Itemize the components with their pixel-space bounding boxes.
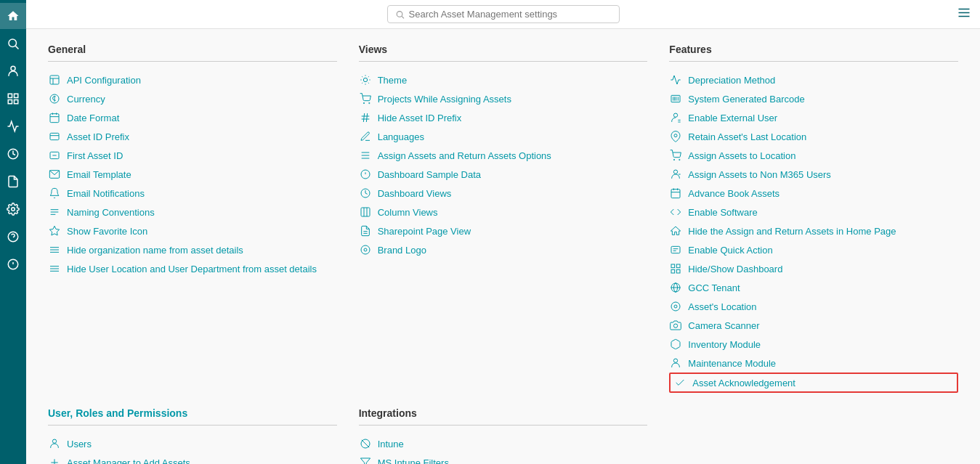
- general-first-asset-id[interactable]: First Asset ID: [48, 146, 337, 165]
- first-asset-id-label: First Asset ID: [67, 150, 123, 161]
- features-advance-book[interactable]: Advance Book Assets: [669, 184, 958, 203]
- svg-rect-19: [50, 76, 59, 84]
- features-inventory[interactable]: Inventory Module: [669, 335, 958, 354]
- general-hide-org-name[interactable]: Hide organization name from asset detail…: [48, 240, 337, 259]
- sidebar-item-chart[interactable]: [0, 113, 26, 139]
- general-show-favorite-icon[interactable]: Show Favorite Icon: [48, 221, 337, 240]
- settings-content: General API Configuration Currency Dat: [26, 29, 980, 464]
- svg-rect-84: [671, 264, 675, 268]
- currency-label: Currency: [67, 94, 105, 105]
- general-naming-conventions[interactable]: Naming Conventions: [48, 203, 337, 221]
- search-box[interactable]: [387, 5, 620, 23]
- views-projects[interactable]: Projects While Assigning Assets: [359, 89, 648, 108]
- main-area: General API Configuration Currency Dat: [26, 0, 980, 464]
- search-input[interactable]: [409, 9, 612, 20]
- general-currency[interactable]: Currency: [48, 89, 337, 108]
- svg-rect-24: [50, 114, 59, 123]
- general-section: General API Configuration Currency Dat: [48, 44, 337, 393]
- sidebar-item-info[interactable]: [0, 251, 26, 277]
- svg-line-103: [361, 440, 368, 447]
- brand-logo-icon: [359, 243, 372, 256]
- features-quick-action[interactable]: Enable Quick Action: [669, 240, 958, 259]
- sidebar-item-settings[interactable]: [0, 196, 26, 222]
- svg-rect-57: [361, 208, 370, 216]
- features-camera[interactable]: Camera Scanner: [669, 316, 958, 335]
- integrations-section: Integrations Intune MS Intune Filters Al…: [359, 407, 648, 464]
- general-asset-id-prefix[interactable]: Asset ID Prefix: [48, 127, 337, 146]
- views-brand-logo[interactable]: Brand Logo: [359, 240, 648, 259]
- integrations-ms-intune[interactable]: MS Intune Filters: [359, 453, 648, 464]
- sharepoint-label: Sharepoint Page View: [378, 226, 471, 237]
- features-asset-acknowledgement[interactable]: Asset Acknowledgement: [669, 373, 958, 393]
- dashboard-views-label: Dashboard Views: [378, 188, 452, 199]
- search-icon: [395, 9, 405, 20]
- external-user-label: Enable External User: [688, 113, 777, 123]
- sidebar-item-grid[interactable]: [0, 86, 26, 112]
- views-dashboard-views[interactable]: Dashboard Views: [359, 184, 648, 203]
- roles-add-assets[interactable]: Asset Manager to Add Assets: [48, 453, 337, 464]
- views-theme[interactable]: Theme: [359, 70, 648, 89]
- retain-location-label: Retain Asset's Last Location: [688, 131, 806, 142]
- general-email-notifications[interactable]: Email Notifications: [48, 184, 337, 203]
- sidebar-item-document[interactable]: [0, 168, 26, 195]
- features-maintenance[interactable]: Maintenance Module: [669, 354, 958, 373]
- m365-label: Assign Assets to Non M365 Users: [688, 169, 831, 180]
- views-sharepoint[interactable]: Sharepoint Page View: [359, 221, 648, 240]
- sidebar-item-search[interactable]: [0, 30, 26, 57]
- users-icon: [48, 437, 61, 450]
- features-hide-home[interactable]: Hide the Assign and Return Assets in Hom…: [669, 221, 958, 240]
- general-hide-user-location[interactable]: Hide User Location and User Department f…: [48, 259, 337, 278]
- sidebar-item-clock[interactable]: [0, 141, 26, 167]
- general-api-configuration[interactable]: API Configuration: [48, 70, 337, 89]
- advance-book-icon: [669, 187, 682, 200]
- svg-rect-3: [8, 94, 12, 97]
- dashboard-sample-label: Dashboard Sample Data: [378, 169, 481, 180]
- assign-icon: [359, 149, 372, 162]
- features-hide-dashboard[interactable]: Hide/Show Dashboard: [669, 259, 958, 278]
- theme-label: Theme: [378, 75, 407, 86]
- features-asset-location[interactable]: Asset's Location: [669, 297, 958, 316]
- views-languages[interactable]: Languages: [359, 127, 648, 146]
- roles-users[interactable]: Users: [48, 434, 337, 453]
- features-retain-location[interactable]: Retain Asset's Last Location: [669, 127, 958, 146]
- topbar: [26, 0, 980, 29]
- features-software[interactable]: Enable Software: [669, 203, 958, 221]
- general-title: General: [48, 44, 337, 55]
- prefix-icon: [48, 130, 61, 143]
- features-gcc[interactable]: GCC Tenant: [669, 278, 958, 297]
- svg-point-75: [674, 170, 678, 174]
- languages-label: Languages: [378, 131, 424, 142]
- sidebar-item-home[interactable]: [0, 3, 26, 29]
- svg-point-74: [679, 159, 680, 160]
- svg-point-72: [674, 134, 677, 137]
- features-m365[interactable]: Assign Assets to Non M365 Users: [669, 165, 958, 184]
- hamburger-menu[interactable]: [957, 5, 971, 23]
- views-dashboard-sample[interactable]: Dashboard Sample Data: [359, 165, 648, 184]
- svg-point-2: [11, 66, 15, 70]
- views-hide-asset-id[interactable]: Hide Asset ID Prefix: [359, 108, 648, 127]
- hide-user-location-label: Hide User Location and User Department f…: [67, 264, 317, 274]
- general-email-template[interactable]: Email Template: [48, 165, 337, 184]
- svg-rect-64: [671, 95, 680, 102]
- first-asset-icon: [48, 149, 61, 162]
- views-column-views[interactable]: Column Views: [359, 203, 648, 221]
- features-assign-location[interactable]: Assign Assets to Location: [669, 146, 958, 165]
- api-icon: [48, 73, 61, 86]
- assign-return-label: Assign Assets and Return Assets Options: [378, 150, 551, 161]
- features-barcode[interactable]: System Generated Barcode: [669, 89, 958, 108]
- features-external-user[interactable]: Enable External User: [669, 108, 958, 127]
- svg-rect-5: [8, 100, 12, 104]
- features-depreciation[interactable]: Depreciation Method: [669, 70, 958, 89]
- user-roles-title: User, Roles and Permissions: [48, 407, 337, 419]
- views-assign-return[interactable]: Assign Assets and Return Assets Options: [359, 146, 648, 165]
- svg-point-44: [363, 102, 364, 103]
- ack-icon: [673, 376, 687, 389]
- api-label: API Configuration: [67, 75, 141, 86]
- svg-rect-28: [50, 133, 59, 139]
- integrations-intune[interactable]: Intune: [359, 434, 648, 453]
- sidebar-item-user[interactable]: [0, 58, 26, 84]
- sidebar-item-help[interactable]: [0, 224, 26, 250]
- general-date-format[interactable]: Date Format: [48, 108, 337, 127]
- svg-point-63: [364, 248, 367, 251]
- ms-intune-label: MS Intune Filters: [378, 457, 449, 465]
